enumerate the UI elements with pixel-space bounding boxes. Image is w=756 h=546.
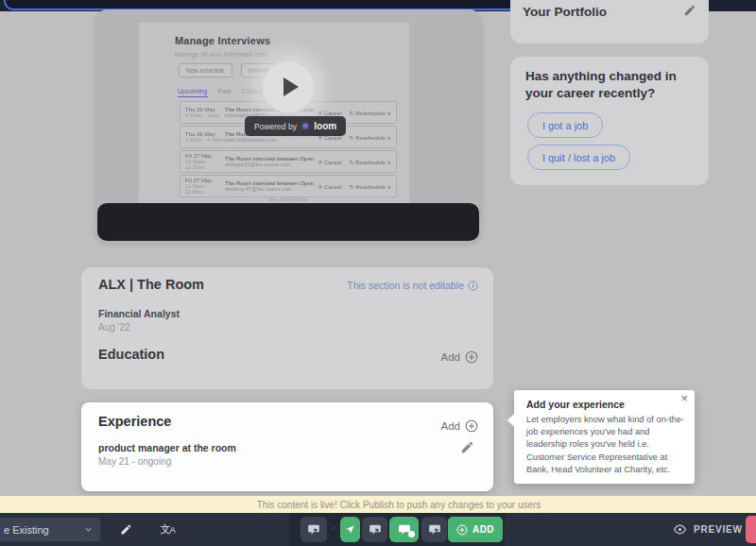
add-step-button[interactable]: ADD	[448, 517, 503, 542]
tooltip-body: Let employers know what kind of on-the-j…	[526, 414, 685, 476]
chevron-down-icon	[83, 524, 94, 535]
row-cancel: ✕ Cancel	[318, 183, 341, 190]
tooltip-title: Add your experience	[526, 399, 625, 410]
experience-section-title: Experience	[98, 414, 171, 429]
alx-role: Financial Analyst	[98, 308, 180, 319]
live-content-banner: This content is live! Click Publish to p…	[0, 496, 756, 513]
career-change-card: Has anything changed in your career rece…	[510, 57, 709, 185]
chat-bubble-cursor-icon	[428, 523, 441, 537]
alx-card-title: ALX | The Room	[98, 277, 204, 292]
plus-circle-icon	[465, 419, 478, 433]
tooltip-close-icon[interactable]: ×	[680, 391, 688, 406]
live-content-message: This content is live! Click Publish to p…	[257, 500, 541, 510]
experience-item-dates: May 21 - ongoing	[98, 456, 171, 467]
interview-row: Fri 27 May10:30am - 11:15am The Room int…	[180, 150, 397, 173]
row-email: onthejob25@the.rooms.com	[225, 162, 314, 167]
experience-item-title: product manager at the room	[98, 442, 236, 453]
eye-icon	[673, 522, 687, 537]
portfolio-title: Your Portfolio	[523, 5, 607, 19]
tooltip-step-button[interactable]	[362, 517, 387, 542]
row-time: 9:30am - 10am	[185, 112, 225, 118]
powered-by-label: Powered by	[254, 122, 297, 131]
step-dot-badge	[408, 531, 415, 537]
dropdown-selected-value: e Existing	[4, 524, 49, 536]
editor-stage: Manage Interviews Manage all your interv…	[0, 0, 756, 546]
video-app-subtitle: Manage all your interviews here	[175, 51, 268, 58]
add-experience-tooltip: × Add your experience Let employers know…	[514, 390, 695, 484]
play-button[interactable]	[263, 61, 314, 112]
portfolio-card: Your Portfolio	[510, 0, 709, 43]
plus-circle-icon	[465, 350, 478, 364]
row-reschedule: ↻ Reschedule ∨	[350, 110, 391, 116]
row-time: 3:30pm - 4:30pm	[185, 137, 225, 143]
editor-toolbar: e Existing 文A › ADD	[0, 513, 756, 546]
loom-logo-icon: ❋	[301, 122, 309, 131]
edit-experience-button[interactable]	[460, 440, 474, 458]
row-reschedule: ↻ Reschedule ∨	[350, 183, 391, 190]
add-label: Add	[441, 420, 460, 432]
powered-by-loom-badge[interactable]: Powered by ❋ loom	[245, 116, 346, 136]
tab-past: Past	[218, 88, 232, 97]
chat-bubble-cursor-icon	[369, 523, 382, 537]
preview-button[interactable]: PREVIEW	[673, 513, 743, 546]
row-email: whatsup.47@the.rooms.com	[225, 186, 314, 192]
tab-upcoming: Upcoming	[178, 88, 208, 97]
career-question: Has anything changed in your career rece…	[525, 68, 697, 101]
pencil-icon	[120, 523, 132, 536]
pointer-tool-button[interactable]	[340, 517, 360, 542]
pencil-icon	[460, 440, 474, 454]
loom-video-player: Manage Interviews Manage all your interv…	[94, 9, 482, 244]
add-education-button[interactable]: Add	[441, 350, 478, 364]
pencil-icon	[683, 4, 696, 17]
edit-portfolio-button[interactable]	[683, 4, 696, 21]
active-tooltip-step-button[interactable]	[389, 517, 419, 542]
preview-label: PREVIEW	[694, 524, 743, 535]
add-label: Add	[441, 351, 460, 363]
tooltip-arrow	[507, 414, 514, 427]
not-editable-note: This section is not editable	[347, 280, 478, 291]
plus-circle-icon	[456, 524, 468, 536]
not-editable-label: This section is not editable	[347, 280, 464, 291]
tooltip-step-button[interactable]	[421, 517, 447, 542]
existing-dropdown[interactable]: e Existing	[0, 518, 100, 541]
row-reschedule: ↻ Reschedule ∨	[350, 134, 391, 141]
row-email: lead.h5@beymall.com	[225, 137, 314, 143]
add-experience-button[interactable]: Add	[441, 419, 478, 433]
row-cancel: ✕ Cancel	[318, 110, 341, 116]
chevron-right-separator: ›	[332, 521, 335, 533]
cursor-pointer-icon	[345, 524, 355, 535]
row-time: 11:15am - 11:45am	[185, 183, 225, 195]
chat-bubble-cursor-icon	[307, 523, 320, 537]
video-app-title: Manage Interviews	[175, 35, 270, 46]
publish-button-edge[interactable]	[746, 516, 756, 543]
experience-card: Experience Add product manager at the ro…	[81, 402, 493, 491]
tooltip-tool-button[interactable]	[301, 517, 327, 542]
video-tabs: Upcoming Past Cancelled	[178, 88, 271, 97]
alx-the-room-card: ALX | The Room This section is not edita…	[81, 267, 493, 389]
quit-lost-job-button[interactable]: I quit / lost a job	[527, 145, 630, 170]
video-footer-link: See more rooms	[180, 196, 397, 202]
translate-button[interactable]: 文A	[155, 518, 180, 541]
got-a-job-button[interactable]: I got a job	[527, 112, 603, 138]
translate-icon: 文A	[160, 522, 174, 537]
new-schedule-button: New schedule	[179, 63, 232, 77]
interview-row: Fri 27 May11:15am - 11:45am The Room int…	[180, 175, 397, 197]
alx-role-date: Aug '22	[98, 322, 130, 333]
info-icon[interactable]	[468, 281, 478, 291]
row-cancel: ✕ Cancel	[318, 159, 341, 165]
loom-brand-label: loom	[314, 121, 336, 131]
video-control-bar[interactable]	[97, 203, 479, 241]
play-icon	[284, 77, 299, 96]
row-reschedule: ↻ Reschedule ∨	[350, 159, 391, 165]
education-section-title: Education	[98, 347, 164, 362]
row-time: 10:30am - 11:15am	[185, 159, 225, 170]
add-step-label: ADD	[472, 524, 494, 535]
edit-pencil-button[interactable]	[113, 518, 138, 541]
